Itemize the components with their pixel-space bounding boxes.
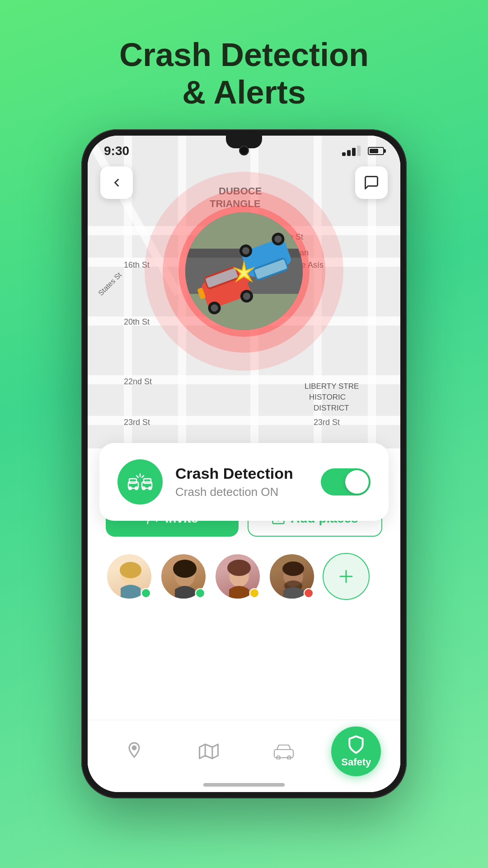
svg-point-74 bbox=[282, 561, 304, 576]
signal-icon bbox=[342, 146, 361, 156]
add-member-button[interactable] bbox=[323, 553, 370, 600]
shield-icon bbox=[346, 735, 366, 755]
svg-point-72 bbox=[227, 560, 251, 576]
crash-ripple-mid bbox=[163, 190, 325, 353]
location-pin-icon bbox=[122, 740, 146, 763]
crash-ripple-inner bbox=[178, 206, 310, 337]
svg-text:States St: States St bbox=[97, 270, 123, 297]
svg-rect-53 bbox=[144, 479, 151, 483]
crash-detection-card: Crash Detection Crash detection ON bbox=[99, 443, 389, 521]
nav-item-car[interactable] bbox=[257, 740, 311, 763]
home-indicator bbox=[203, 783, 285, 787]
avatars-row bbox=[106, 553, 382, 600]
svg-text:LIBERTY STRE: LIBERTY STRE bbox=[305, 382, 359, 391]
title-line1: Crash Detection bbox=[119, 37, 369, 73]
phone-frame: 9:30 bbox=[81, 129, 407, 798]
crash-overlay bbox=[145, 172, 343, 371]
safety-label: Safety bbox=[341, 756, 371, 768]
bottom-nav: Safety bbox=[88, 720, 400, 792]
crash-icon-svg bbox=[127, 468, 154, 495]
crash-scene bbox=[185, 212, 303, 330]
svg-line-57 bbox=[136, 476, 138, 477]
member-avatar-1[interactable] bbox=[106, 553, 153, 600]
nav-item-map[interactable] bbox=[182, 740, 236, 763]
member-avatar-2[interactable] bbox=[160, 553, 207, 600]
notif-subtitle: Crash detection ON bbox=[175, 485, 293, 499]
map-icon bbox=[197, 740, 221, 763]
safety-fab[interactable]: Safety bbox=[331, 726, 381, 776]
svg-text:DISTRICT: DISTRICT bbox=[314, 404, 349, 412]
battery-icon bbox=[368, 147, 384, 155]
member-avatar-3[interactable] bbox=[214, 553, 261, 600]
status-time: 9:30 bbox=[104, 144, 129, 158]
member-avatar-4[interactable] bbox=[268, 553, 315, 600]
crash-illustration-svg bbox=[185, 212, 303, 330]
title-line2: & Alerts bbox=[182, 74, 305, 110]
crash-ripple-outer bbox=[145, 172, 343, 371]
chat-button[interactable] bbox=[355, 166, 388, 199]
crash-detection-toggle[interactable] bbox=[321, 468, 371, 495]
svg-text:23rd St: 23rd St bbox=[124, 418, 150, 427]
back-button[interactable] bbox=[100, 166, 133, 199]
car-icon bbox=[272, 740, 296, 763]
map-area: DUBOCE TRIANGLE 15th St 16th St Misión S… bbox=[88, 136, 400, 452]
svg-line-58 bbox=[142, 476, 144, 477]
svg-text:23rd St: 23rd St bbox=[314, 418, 340, 427]
notif-title: Crash Detection bbox=[175, 465, 293, 482]
svg-point-70 bbox=[173, 560, 197, 578]
page-title-area: Crash Detection & Alerts bbox=[0, 0, 488, 129]
svg-text:HISTORIC: HISTORIC bbox=[309, 393, 346, 401]
status-icons bbox=[342, 146, 384, 156]
phone-container: 9:30 bbox=[0, 129, 488, 798]
nav-item-location[interactable] bbox=[107, 740, 161, 763]
svg-text:22nd St: 22nd St bbox=[124, 377, 152, 386]
svg-rect-49 bbox=[129, 479, 136, 483]
crash-icon bbox=[117, 459, 163, 505]
camera-dot bbox=[239, 146, 249, 156]
add-member-icon bbox=[336, 566, 357, 587]
svg-point-68 bbox=[120, 562, 141, 578]
phone-screen: 9:30 bbox=[88, 136, 400, 792]
svg-marker-79 bbox=[200, 744, 218, 758]
svg-point-78 bbox=[132, 746, 136, 750]
